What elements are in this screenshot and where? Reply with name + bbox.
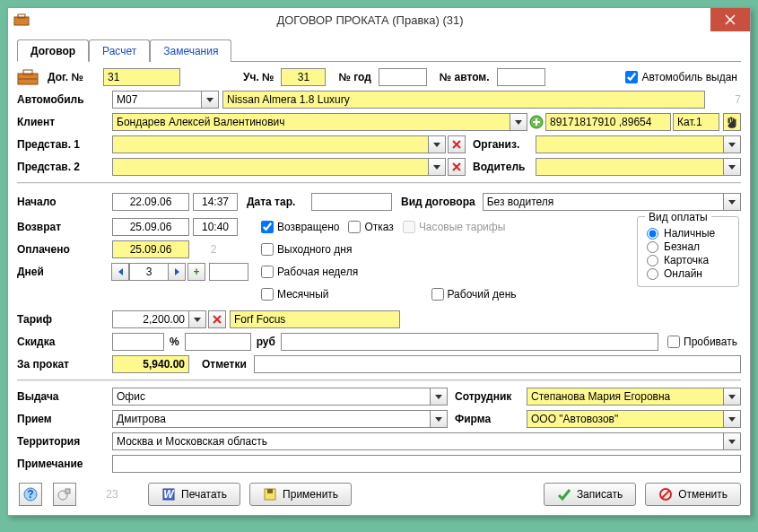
return-label: Возврат [17, 221, 109, 233]
car-given-checkbox[interactable]: Автомобиль выдан [625, 71, 737, 83]
rep2-dropdown[interactable] [428, 158, 446, 176]
org-dropdown[interactable] [723, 135, 741, 153]
monthly-checkbox[interactable]: Месячный [261, 288, 329, 301]
refusal-checkbox[interactable]: Отказ [348, 221, 393, 233]
svg-text:W: W [163, 488, 175, 501]
tab-contract[interactable]: Договор [17, 39, 89, 62]
pay-cash[interactable]: Наличные [645, 227, 731, 240]
client-name-input[interactable] [112, 113, 510, 131]
car-label: Автомобиль [17, 93, 109, 106]
tariff-label: Тариф [17, 313, 109, 326]
rental-label: За прокат [17, 358, 109, 371]
start-date[interactable] [112, 193, 189, 211]
year-input[interactable] [379, 68, 427, 86]
contract-type-dropdown[interactable] [723, 193, 741, 211]
note-label: Примечание [17, 458, 109, 470]
returned-checkbox[interactable]: Возвращено [261, 221, 339, 233]
rep1-label: Представ. 1 [17, 138, 109, 151]
issue-dropdown[interactable] [430, 388, 448, 406]
svg-line-15 [662, 491, 669, 498]
tariff-input[interactable] [112, 310, 189, 328]
rep2-clear[interactable] [448, 158, 466, 176]
return-date[interactable] [112, 218, 189, 236]
tariff-date-label: Дата тар. [247, 196, 308, 208]
emp-dropdown[interactable] [723, 388, 741, 406]
footer-num: 23 [85, 488, 139, 501]
firm-dropdown[interactable] [723, 410, 741, 428]
print-button[interactable]: W Печатать [148, 483, 240, 506]
tariff-dropdown[interactable] [188, 310, 206, 328]
tariff-clear[interactable] [208, 310, 226, 328]
emp-input[interactable] [527, 388, 724, 406]
pay-card[interactable]: Карточка [645, 254, 731, 266]
issue-input[interactable] [112, 388, 431, 406]
uch-no-input[interactable] [281, 68, 326, 86]
terr-input[interactable] [112, 432, 724, 450]
tab-calc[interactable]: Расчет [89, 39, 150, 62]
misc-button[interactable] [53, 483, 76, 506]
help-button[interactable]: ? [19, 483, 42, 506]
recv-input[interactable] [112, 410, 431, 428]
drv-dropdown[interactable] [723, 158, 741, 176]
firm-input[interactable] [527, 410, 724, 428]
days-extra[interactable] [209, 263, 248, 281]
auto-no-input[interactable] [497, 68, 545, 86]
discount-note[interactable] [281, 333, 658, 351]
cancel-button[interactable]: Отменить [645, 483, 741, 506]
start-time[interactable] [193, 193, 238, 211]
rep1-clear[interactable] [448, 135, 466, 153]
hand-icon-button[interactable] [723, 113, 741, 131]
apply-button[interactable]: Применить [249, 483, 352, 506]
marks-input[interactable] [254, 355, 741, 373]
pay-bank[interactable]: Безнал [645, 240, 731, 253]
paid-label: Оплачено [17, 243, 109, 256]
close-button[interactable] [710, 8, 750, 31]
tariff-date-input[interactable] [311, 193, 392, 211]
dog-no-input[interactable] [103, 68, 180, 86]
client-label: Клиент [17, 116, 109, 128]
drv-label: Водитель [473, 161, 532, 173]
recv-dropdown[interactable] [430, 410, 448, 428]
paid-num: 2 [189, 243, 238, 256]
workday-checkbox[interactable]: Рабочий день [431, 288, 517, 301]
days-input[interactable] [129, 263, 169, 281]
rental-amount[interactable] [112, 355, 189, 373]
contract-type-input[interactable] [483, 193, 724, 211]
weekend-checkbox[interactable]: Выходного дня [261, 243, 352, 256]
discount-rub[interactable] [185, 333, 251, 351]
discount-pct[interactable] [112, 333, 164, 351]
tab-notes[interactable]: Замечания [150, 39, 231, 62]
car-name-input[interactable] [222, 91, 705, 109]
rep1-dropdown[interactable] [428, 135, 446, 153]
tariff-name[interactable] [230, 310, 400, 328]
titlebar: ДОГОВОР ПРОКАТА (Правка) (31) [8, 8, 750, 31]
org-input[interactable] [536, 135, 724, 153]
year-label: № год [338, 71, 370, 83]
client-phone[interactable] [545, 113, 671, 131]
car-code-input[interactable] [112, 91, 202, 109]
rep2-input[interactable] [112, 158, 429, 176]
days-add[interactable]: + [187, 263, 205, 281]
paid-date[interactable] [112, 240, 189, 258]
punch-checkbox[interactable]: Пробивать [667, 336, 737, 348]
rep1-input[interactable] [112, 135, 429, 153]
note-input[interactable] [112, 455, 741, 473]
app-icon [13, 13, 30, 26]
save-button[interactable]: Записать [544, 483, 636, 506]
firm-label: Фирма [455, 413, 523, 425]
drv-input[interactable] [536, 158, 724, 176]
issue-label: Выдача [17, 390, 109, 403]
add-client-button[interactable] [529, 115, 544, 129]
terr-label: Территория [17, 435, 109, 448]
workweek-checkbox[interactable]: Рабочая неделя [261, 266, 358, 278]
days-prev[interactable] [111, 263, 129, 281]
return-time[interactable] [193, 218, 238, 236]
dialog-window: ДОГОВОР ПРОКАТА (Правка) (31) Договор Ра… [7, 7, 751, 516]
terr-dropdown[interactable] [723, 432, 741, 450]
days-next[interactable] [168, 263, 186, 281]
briefcase-icon [17, 69, 39, 85]
pay-online[interactable]: Онлайн [645, 267, 731, 280]
client-dropdown[interactable] [510, 113, 527, 131]
car-code-dropdown[interactable] [201, 91, 219, 109]
client-cat[interactable] [673, 113, 719, 131]
